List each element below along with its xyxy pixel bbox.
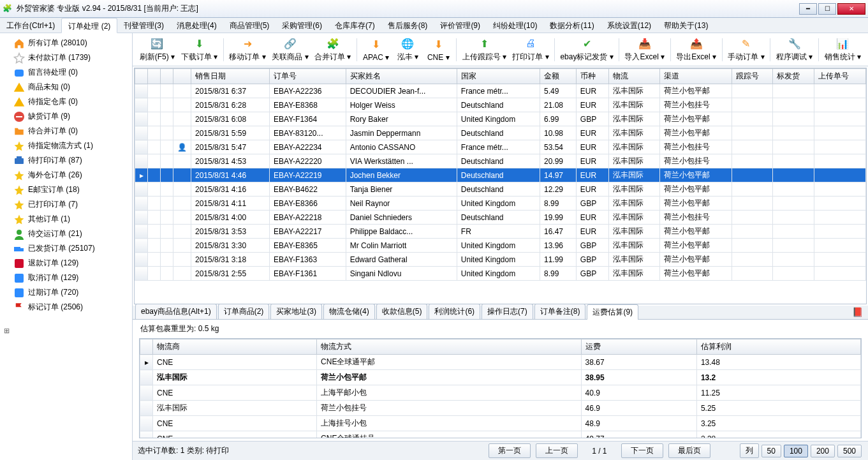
maximize-button[interactable]: ☐ bbox=[818, 3, 836, 15]
page-size-button[interactable]: 500 bbox=[837, 445, 862, 457]
table-row[interactable]: 2015/8/31 4:11EBAY-E8366Neil RaynorUnite… bbox=[135, 197, 866, 211]
detail-tab[interactable]: 买家地址(3) bbox=[270, 304, 322, 319]
menu-item[interactable]: 数据分析(11) bbox=[543, 18, 600, 33]
table-row[interactable]: 2015/8/31 4:00EBAY-A22218Daniel Schniede… bbox=[135, 211, 866, 225]
grid-column-header[interactable]: 币种 bbox=[576, 69, 608, 84]
detail-tab[interactable]: ebay商品信息(Alt+1) bbox=[135, 304, 217, 319]
sidebar-item[interactable]: 待指定仓库 (0) bbox=[1, 94, 131, 109]
grid-column-header[interactable]: 国家 bbox=[457, 69, 540, 84]
sidebar-item[interactable]: 待合并订单 (0) bbox=[1, 124, 131, 138]
columns-button[interactable]: 列 bbox=[740, 443, 759, 458]
toolbar-button[interactable]: ⬇CNE ▾ bbox=[423, 34, 453, 65]
grid-column-header[interactable]: 标发货 bbox=[773, 69, 814, 84]
table-row[interactable]: 2015/8/31 4:16EBAY-B4622Tanja BienerDeut… bbox=[135, 182, 866, 197]
grid-column-header[interactable]: 销售日期 bbox=[191, 69, 270, 84]
table-row[interactable]: 2015/8/31 3:53EBAY-A22217Philippe Baldac… bbox=[135, 225, 866, 239]
menu-item[interactable]: 评价管理(9) bbox=[434, 18, 487, 33]
page-size-button[interactable]: 100 bbox=[784, 445, 808, 457]
sidebar-item[interactable]: 待交运订单 (21) bbox=[1, 226, 131, 241]
toolbar-button[interactable]: 📥导入Excel ▾ bbox=[622, 34, 668, 65]
grid-column-header[interactable]: 物流 bbox=[608, 69, 660, 84]
next-page-button[interactable]: 下一页 bbox=[621, 443, 663, 458]
table-row[interactable]: 2015/8/31 5:59EBAY-83120...Jasmin Depper… bbox=[135, 126, 866, 140]
toolbar-button[interactable]: ⬇APAC ▾ bbox=[360, 34, 392, 65]
sidebar-item[interactable]: 海外仓订单 (26) bbox=[1, 168, 131, 182]
sidebar-item[interactable]: 未付款订单 (1739) bbox=[1, 50, 131, 65]
detail-tab[interactable]: 利润统计(6) bbox=[429, 304, 480, 319]
table-row[interactable]: 2015/8/31 3:18EBAY-F1363Edward GatheralU… bbox=[135, 253, 866, 267]
menu-item[interactable]: 系统设置(12) bbox=[601, 18, 658, 33]
est-row[interactable]: 泓丰国际荷兰小包平邮38.9513.2 bbox=[140, 370, 861, 385]
detail-tab[interactable]: 运费估算(9) bbox=[587, 304, 638, 320]
est-column-header[interactable]: 估算利润 bbox=[696, 339, 860, 355]
grid-column-header[interactable] bbox=[161, 69, 173, 84]
menu-item[interactable]: 商品管理(5) bbox=[223, 18, 276, 33]
page-size-button[interactable]: 50 bbox=[761, 445, 781, 457]
first-page-button[interactable]: 第一页 bbox=[489, 443, 531, 458]
detail-tab[interactable]: 订单备注(8) bbox=[534, 304, 586, 319]
toolbar-button[interactable]: 🔗关联商品 ▾ bbox=[268, 34, 311, 65]
est-column-header[interactable]: 物流方式 bbox=[317, 339, 581, 355]
toolbar-button[interactable]: 🧩合并订单 ▾ bbox=[311, 34, 354, 65]
toolbar-button[interactable]: ➜移动订单 ▾ bbox=[226, 34, 269, 65]
est-column-header[interactable] bbox=[140, 339, 153, 355]
toolbar-button[interactable]: 📊销售统计 ▾ bbox=[821, 34, 864, 65]
toolbar-button[interactable]: ✎手动订单 ▾ bbox=[725, 34, 768, 65]
sidebar-item[interactable]: 留言待处理 (0) bbox=[1, 65, 131, 80]
est-row[interactable]: CNE上海平邮小包40.911.25 bbox=[140, 385, 861, 401]
detail-tab[interactable]: 操作日志(7) bbox=[482, 304, 533, 319]
table-row[interactable]: 2015/8/31 6:28EBAY-E8368Holger WeissDeut… bbox=[135, 98, 866, 112]
table-row[interactable]: 2015/8/31 3:30EBAY-E8365Mr Colin Marriot… bbox=[135, 239, 866, 253]
sidebar-item[interactable]: 取消订单 (129) bbox=[1, 271, 131, 285]
grid-column-header[interactable]: 买家姓名 bbox=[346, 69, 457, 84]
sidebar-item[interactable]: 缺货订单 (9) bbox=[1, 109, 131, 124]
grid-column-header[interactable] bbox=[135, 69, 148, 84]
tree-expander-icon[interactable]: ⊞ bbox=[4, 327, 10, 335]
menu-item[interactable]: 帮助关于(13) bbox=[658, 18, 714, 33]
table-row[interactable]: 2015/8/31 6:37EBAY-A22236DECOUDIER Jean-… bbox=[135, 84, 866, 98]
sidebar-item[interactable]: 已发货订单 (25107) bbox=[1, 241, 131, 256]
est-row[interactable]: 泓丰国际荷兰小包挂号46.95.25 bbox=[140, 401, 861, 416]
toolbar-button[interactable]: ⬆上传跟踪号 ▾ bbox=[459, 34, 509, 65]
menu-item[interactable]: 纠纷处理(10) bbox=[487, 18, 543, 33]
last-page-button[interactable]: 最后页 bbox=[668, 443, 710, 458]
grid-column-header[interactable]: 金额 bbox=[540, 69, 576, 84]
sidebar-item[interactable]: 退款订单 (129) bbox=[1, 256, 131, 271]
sidebar-item[interactable]: 过期订单 (720) bbox=[1, 285, 131, 300]
toolbar-button[interactable]: ✔ebay标记发货 ▾ bbox=[557, 34, 616, 65]
sidebar-item[interactable]: 待指定物流方式 (1) bbox=[1, 138, 131, 153]
est-row[interactable]: ▸CNECNE全球通平邮38.6713.48 bbox=[140, 355, 861, 370]
sidebar-item[interactable]: 标记订单 (2506) bbox=[1, 300, 131, 315]
menu-item[interactable]: 售后服务(8) bbox=[381, 18, 434, 33]
detail-tab[interactable]: 收款信息(5) bbox=[376, 304, 428, 319]
toolbar-button[interactable]: ⬇下载订单 ▾ bbox=[178, 34, 221, 65]
sidebar-item[interactable]: 所有订单 (28010) bbox=[1, 36, 131, 50]
prev-page-button[interactable]: 上一页 bbox=[536, 443, 578, 458]
toolbar-button[interactable]: 🔄刷新(F5) ▾ bbox=[136, 34, 178, 65]
sidebar-item[interactable]: E邮宝订单 (18) bbox=[1, 182, 131, 197]
sidebar-item[interactable]: 商品未知 (0) bbox=[1, 80, 131, 94]
menu-item[interactable]: 消息处理(4) bbox=[170, 18, 223, 33]
sidebar-item[interactable]: 其他订单 (1) bbox=[1, 212, 131, 226]
table-row[interactable]: 2015/8/31 6:08EBAY-F1364Rory BakerUnited… bbox=[135, 112, 866, 126]
page-size-button[interactable]: 200 bbox=[811, 445, 835, 457]
menu-item[interactable]: 订单处理 (2) bbox=[61, 18, 117, 33]
toolbar-button[interactable]: 🔧程序调试 ▾ bbox=[773, 34, 816, 65]
menu-item[interactable]: 仓库库存(7) bbox=[328, 18, 381, 33]
orders-grid[interactable]: 销售日期订单号买家姓名国家金额币种物流渠道跟踪号标发货上传单号2015/8/31… bbox=[134, 68, 867, 304]
menu-item[interactable]: 工作台(Ctrl+1) bbox=[0, 18, 61, 33]
booklet-icon[interactable]: 📕 bbox=[852, 307, 863, 317]
est-row[interactable]: CNECNE全球通挂号49.772.38 bbox=[140, 431, 861, 439]
close-button[interactable]: ✕ bbox=[837, 3, 865, 15]
toolbar-button[interactable]: 📤导出Excel ▾ bbox=[673, 34, 719, 65]
sidebar-item[interactable]: 已打印订单 (7) bbox=[1, 197, 131, 212]
detail-tab[interactable]: 订单商品(2) bbox=[218, 304, 270, 319]
grid-column-header[interactable]: 跟踪号 bbox=[732, 69, 773, 84]
estimate-grid[interactable]: 物流商物流方式运费估算利润▸CNECNE全球通平邮38.6713.48泓丰国际荷… bbox=[139, 338, 862, 438]
table-row[interactable]: ▸2015/8/31 4:46EBAY-A22219Jochen BekkerD… bbox=[135, 168, 866, 182]
grid-column-header[interactable] bbox=[173, 69, 191, 84]
est-column-header[interactable]: 物流商 bbox=[153, 339, 317, 355]
grid-column-header[interactable]: 订单号 bbox=[270, 69, 346, 84]
menu-item[interactable]: 刊登管理(3) bbox=[117, 18, 170, 33]
est-row[interactable]: CNE上海挂号小包48.93.25 bbox=[140, 416, 861, 431]
